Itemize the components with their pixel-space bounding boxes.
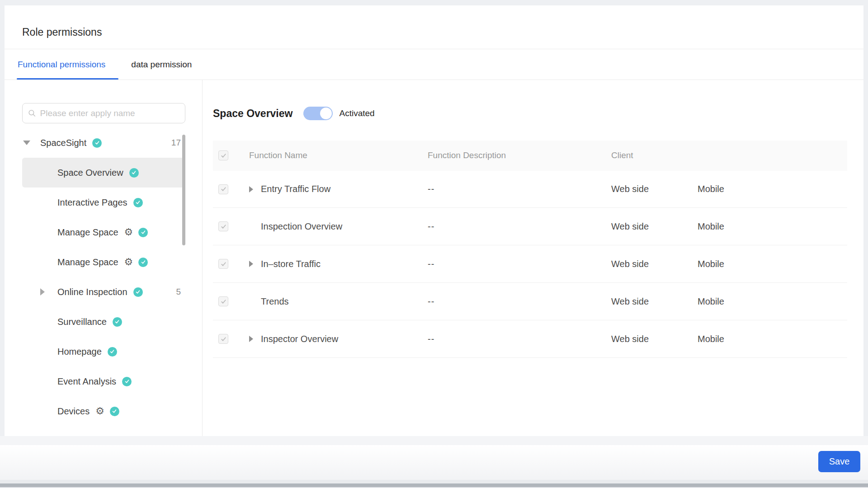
row-checkbox xyxy=(218,221,228,231)
tree-item-label: Event Analysis xyxy=(57,376,116,387)
check-badge-icon xyxy=(133,287,143,297)
tree-children: Space Overview Interactive Pages Manage … xyxy=(22,158,185,426)
check-badge-icon xyxy=(122,377,132,386)
main-panel: Space Overview Activated Function Name F… xyxy=(213,80,847,436)
client-web-label: Web side xyxy=(611,221,698,232)
save-button[interactable]: Save xyxy=(818,451,860,472)
sidebar-tree-item[interactable]: Interactive Pages xyxy=(22,188,185,217)
row-checkbox xyxy=(218,334,228,344)
sidebar-tree-item[interactable]: Homepage xyxy=(22,337,185,366)
row-expand-caret-icon[interactable] xyxy=(249,336,253,342)
table-row: In–store Traffic -- Web side Mobile xyxy=(213,245,847,283)
function-description: -- xyxy=(428,259,611,269)
search-icon xyxy=(28,109,36,117)
function-name: Inspection Overview xyxy=(261,221,428,232)
activated-toggle[interactable] xyxy=(303,107,333,120)
row-expand-caret-icon[interactable] xyxy=(249,261,253,267)
client-web-label: Web side xyxy=(611,296,698,307)
toggle-label: Activated xyxy=(339,108,374,118)
sidebar-tree-item[interactable]: Devices ⚙ xyxy=(22,396,185,426)
tab-functional-permissions[interactable]: Functional permissions xyxy=(17,60,106,70)
function-name: In–store Traffic xyxy=(261,259,428,269)
client-web-label: Web side xyxy=(611,334,698,344)
apply-search-box[interactable] xyxy=(22,103,185,123)
tab-data-permission[interactable]: data permission xyxy=(130,60,193,70)
table-row: Inspector Overview -- Web side Mobile xyxy=(213,320,847,358)
check-badge-icon xyxy=(129,168,139,178)
sidebar-divider xyxy=(202,80,203,436)
tree-item-label: Space Overview xyxy=(57,168,123,178)
item-count: 17 xyxy=(171,138,181,148)
card-footer-gap xyxy=(0,436,868,445)
sidebar-scrollbar-thumb[interactable] xyxy=(182,135,185,245)
footer-bar: Save xyxy=(0,445,868,480)
table-row: Inspection Overview -- Web side Mobile xyxy=(213,208,847,245)
select-all-checkbox xyxy=(218,150,228,160)
sidebar-tree-item[interactable]: Manage Space ⚙ xyxy=(22,217,185,247)
row-checkbox xyxy=(218,296,228,306)
client-mobile-label: Mobile xyxy=(698,184,847,194)
gear-icon[interactable]: ⚙ xyxy=(124,227,133,237)
table-row: Entry Traffic Flow -- Web side Mobile xyxy=(213,170,847,208)
tab-bar: Functional permissions data permission xyxy=(17,49,193,80)
table-row: Trends -- Web side Mobile xyxy=(213,283,847,320)
permissions-tree: SpaceSight 17 Space Overview Interactive… xyxy=(22,128,185,426)
client-mobile-label: Mobile xyxy=(698,221,847,232)
tree-item-label: Surveillance xyxy=(57,317,107,327)
tree-root-label: SpaceSight xyxy=(40,138,86,148)
function-description: -- xyxy=(428,296,611,307)
client-mobile-label: Mobile xyxy=(698,259,847,269)
client-mobile-label: Mobile xyxy=(698,296,847,307)
header-function-name: Function Name xyxy=(249,150,428,160)
tree-item-label: Homepage xyxy=(57,347,102,357)
search-input[interactable] xyxy=(40,108,180,118)
row-checkbox xyxy=(218,259,228,269)
sidebar-tree-item[interactable]: Space Overview xyxy=(22,158,185,188)
tree-item-label: Manage Space xyxy=(57,257,118,267)
table-body: Entry Traffic Flow -- Web side Mobile In… xyxy=(213,170,847,358)
function-description: -- xyxy=(428,184,611,194)
row-expand-caret-icon[interactable] xyxy=(249,186,253,192)
function-name: Trends xyxy=(261,296,428,307)
client-mobile-label: Mobile xyxy=(698,334,847,344)
tree-item-label: Manage Space xyxy=(57,227,118,238)
sidebar-tree-item[interactable]: Surveillance xyxy=(22,307,185,337)
header-function-description: Function Description xyxy=(428,150,611,160)
role-permissions-card: Role permissions Functional permissions … xyxy=(5,5,863,436)
sidebar-tree-item[interactable]: Online Inspection 5 xyxy=(22,277,185,307)
function-name: Inspector Overview xyxy=(261,334,428,344)
check-badge-icon xyxy=(92,138,102,148)
function-description: -- xyxy=(428,334,611,344)
table-header-row: Function Name Function Description Clien… xyxy=(213,141,847,170)
row-checkbox xyxy=(218,184,228,194)
page-title: Role permissions xyxy=(22,26,102,38)
function-description: -- xyxy=(428,221,611,232)
sidebar-tree-item[interactable]: Event Analysis xyxy=(22,366,185,396)
section-title: Space Overview xyxy=(213,108,292,120)
function-name: Entry Traffic Flow xyxy=(261,184,428,194)
bottom-scrollbar[interactable] xyxy=(0,483,868,487)
item-count: 5 xyxy=(176,287,181,297)
collapsed-caret-icon[interactable] xyxy=(40,288,45,296)
gear-icon[interactable]: ⚙ xyxy=(124,257,133,267)
tree-item-label: Devices xyxy=(57,406,90,417)
header-client: Client xyxy=(611,150,698,160)
sidebar-tree-root[interactable]: SpaceSight 17 xyxy=(22,128,185,158)
check-badge-icon xyxy=(138,258,148,267)
toggle-knob xyxy=(320,108,332,119)
client-web-label: Web side xyxy=(611,259,698,269)
check-badge-icon xyxy=(108,347,117,357)
tree-item-label: Online Inspection xyxy=(57,287,127,297)
tree-item-label: Interactive Pages xyxy=(57,197,127,208)
gear-icon[interactable]: ⚙ xyxy=(95,406,104,416)
sidebar-tree-item[interactable]: Manage Space ⚙ xyxy=(22,247,185,277)
check-badge-icon xyxy=(133,198,143,207)
check-badge-icon xyxy=(110,407,119,416)
check-badge-icon xyxy=(138,228,148,237)
functions-table: Function Name Function Description Clien… xyxy=(213,141,847,358)
expanded-caret-icon[interactable] xyxy=(23,141,30,145)
client-web-label: Web side xyxy=(611,184,698,194)
check-badge-icon xyxy=(113,317,122,327)
